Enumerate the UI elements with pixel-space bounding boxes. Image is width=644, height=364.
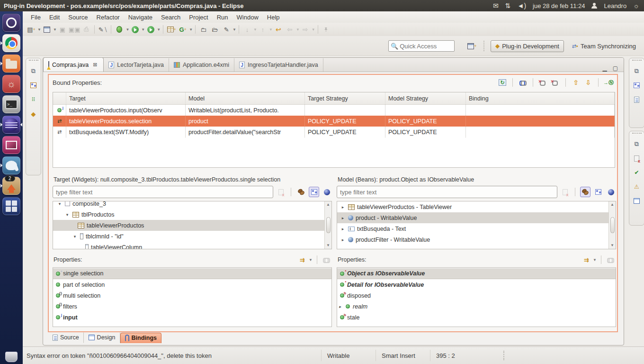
launcher-media-app[interactable] xyxy=(2,136,20,154)
tree-item-tableviewerproductos[interactable]: tableViewerProductos xyxy=(53,220,331,231)
open-perspective-button[interactable]: + xyxy=(467,41,477,51)
mail-indicator-icon[interactable]: ✉ xyxy=(493,2,499,9)
launcher-terminal[interactable]: >_ xyxy=(2,95,20,113)
quick-access-input[interactable] xyxy=(400,43,449,50)
menu-edit[interactable]: Edit xyxy=(45,12,64,22)
error-log-view-icon[interactable] xyxy=(631,153,643,164)
col-target[interactable]: Target xyxy=(66,92,186,104)
tab-compras-java[interactable]: Compras.java ⊠ xyxy=(43,57,104,72)
delete-binding-icon[interactable] xyxy=(538,78,548,87)
target-filter-input[interactable] xyxy=(53,186,273,198)
run-button[interactable] xyxy=(130,24,140,35)
col-target-strategy[interactable]: Target Strategy xyxy=(305,92,385,104)
new-wizard-button[interactable] xyxy=(42,24,52,35)
tree-item-tblproductos[interactable]: ▾tblProductos xyxy=(53,209,331,220)
minimize-editor-icon[interactable]: ▁ xyxy=(602,65,607,72)
tab-application-e4xmi[interactable]: Application.e4xmi xyxy=(169,58,234,72)
launcher-dash-home[interactable] xyxy=(2,14,20,32)
prop-disposed[interactable]: bdisposed xyxy=(337,290,616,301)
show-advanced-icon[interactable] xyxy=(322,187,332,197)
launcher-eclipse[interactable] xyxy=(2,116,20,134)
perspective-team-synchronizing[interactable]: ⇄▪ Team Synchronizing xyxy=(568,41,640,52)
launcher-workspace-switcher[interactable] xyxy=(2,197,20,215)
menu-search[interactable]: Search xyxy=(157,12,185,22)
tab-lectortarjeta-java[interactable]: J LectorTarjeta.java xyxy=(104,58,169,72)
tree-item-tableviewer-bean[interactable]: ▸tableViewerProductos - TableViewer xyxy=(337,201,616,212)
menu-run[interactable]: Run xyxy=(213,12,233,22)
move-binding-up-icon[interactable]: ⇧ xyxy=(571,78,581,87)
mark-occurrences-button[interactable]: ✎∖ xyxy=(98,24,108,35)
refresh-bindings-icon[interactable]: ↻ xyxy=(498,78,507,87)
prop-object-as-iobservablevalue[interactable]: *Object as IObservableValue xyxy=(337,268,616,279)
refresh-coverage-button[interactable]: G+ xyxy=(178,24,188,35)
forward-button[interactable]: ⇨ xyxy=(300,24,311,35)
move-binding-down-icon[interactable]: ⇩ xyxy=(583,78,593,87)
show-tree-icon[interactable] xyxy=(593,187,603,197)
user-name[interactable]: Leandro xyxy=(604,2,626,9)
bind-property-icon[interactable]: ⇉ xyxy=(581,255,590,264)
prop-input[interactable]: jinput xyxy=(53,312,331,323)
run-external-tools-button[interactable]: ▪ xyxy=(145,24,156,35)
menu-file[interactable]: File xyxy=(27,12,45,22)
import-folder-button[interactable]: 🗁 xyxy=(210,24,220,35)
annotate-button[interactable]: ✎ xyxy=(221,24,232,35)
network-indicator-icon[interactable]: ⇅ xyxy=(505,2,511,9)
show-tree-icon[interactable] xyxy=(309,187,319,197)
templates-view-icon[interactable] xyxy=(631,94,643,105)
add-binding-icon[interactable] xyxy=(606,255,615,264)
add-binding-icon[interactable] xyxy=(322,255,331,264)
col-model-strategy[interactable]: Model Strategy xyxy=(385,92,466,104)
widgets-tree-scrollbar[interactable]: ▲▼ xyxy=(324,201,331,249)
close-tab-icon[interactable]: ⊠ xyxy=(91,61,98,68)
prop-stale[interactable]: bstale xyxy=(337,312,616,323)
pin-editor-button[interactable]: 🖈 xyxy=(321,24,331,35)
perspective-plugin-development[interactable]: ◆ Plug-in Development xyxy=(491,40,564,52)
launcher-trash[interactable] xyxy=(5,352,18,362)
tree-item-productfilter-bean[interactable]: ▸productFilter - WritableValue xyxy=(337,234,616,245)
problems-view-icon[interactable]: ⚠ xyxy=(631,181,643,192)
binding-row[interactable]: ⇄ txtBusqueda.text(SWT.Modify) productFi… xyxy=(53,127,615,137)
menu-refactor[interactable]: Refactor xyxy=(92,12,124,22)
save-button[interactable]: ▣ xyxy=(57,24,68,35)
strip-grip[interactable] xyxy=(632,133,642,135)
tasks-view-icon[interactable]: ✔ xyxy=(631,167,643,178)
edit-binding-icon[interactable] xyxy=(518,78,528,87)
col-model[interactable]: Model xyxy=(186,92,305,104)
session-gear-icon[interactable]: ☼ xyxy=(633,2,639,9)
delete-all-bindings-icon[interactable] xyxy=(551,78,560,87)
page-tab-source[interactable]: Source xyxy=(48,332,84,343)
bind-property-icon[interactable]: ⇉ xyxy=(297,255,306,264)
beans-tree-scrollbar[interactable]: ▲▼ xyxy=(608,201,616,249)
clear-filter-icon[interactable] xyxy=(560,187,570,197)
user-indicator-icon[interactable] xyxy=(591,3,597,9)
package-explorer-icon[interactable] xyxy=(28,80,39,91)
launcher-chrome[interactable] xyxy=(2,34,20,52)
launcher-files[interactable] xyxy=(2,55,20,73)
prop-filters[interactable]: {}filters xyxy=(53,301,331,312)
menu-help[interactable]: Help xyxy=(263,12,284,22)
prop-multi-selection[interactable]: {}multi selection xyxy=(53,290,331,301)
new-button[interactable]: ▤+ xyxy=(26,24,36,35)
tree-item-txtbusqueda-bean[interactable]: ▸txtBusqueda - Text xyxy=(337,223,616,234)
new-plugin-button[interactable]: + xyxy=(166,24,177,35)
save-all-button[interactable]: ▣▣ xyxy=(69,24,80,35)
restore-pane-icon[interactable]: ⧉ xyxy=(631,138,643,150)
open-snippet-folder-button[interactable]: 🗀 xyxy=(198,24,209,35)
menu-project[interactable]: Project xyxy=(185,12,212,22)
goto-binding-code-icon[interactable]: →Ⓝ xyxy=(604,78,613,87)
outline-view-icon[interactable] xyxy=(631,80,643,91)
previous-annotation-button[interactable]: ↑ xyxy=(258,24,268,35)
strip-grip[interactable] xyxy=(29,60,38,62)
launcher-system-settings[interactable]: ☼ xyxy=(2,75,20,93)
model-filter-input[interactable] xyxy=(337,186,557,198)
plugins-view-icon[interactable]: ◆ xyxy=(28,108,39,119)
menu-source[interactable]: Source xyxy=(64,12,92,22)
maximize-editor-icon[interactable]: ▢ xyxy=(613,65,618,72)
show-beans-icon[interactable] xyxy=(296,187,306,197)
back-button[interactable]: ⇦ xyxy=(285,24,295,35)
debug-button[interactable] xyxy=(114,24,125,35)
menu-navigate[interactable]: Navigate xyxy=(124,12,157,22)
clear-filter-icon[interactable] xyxy=(276,187,286,197)
show-advanced-icon[interactable] xyxy=(606,187,616,197)
launcher-postgresql[interactable] xyxy=(2,156,20,174)
